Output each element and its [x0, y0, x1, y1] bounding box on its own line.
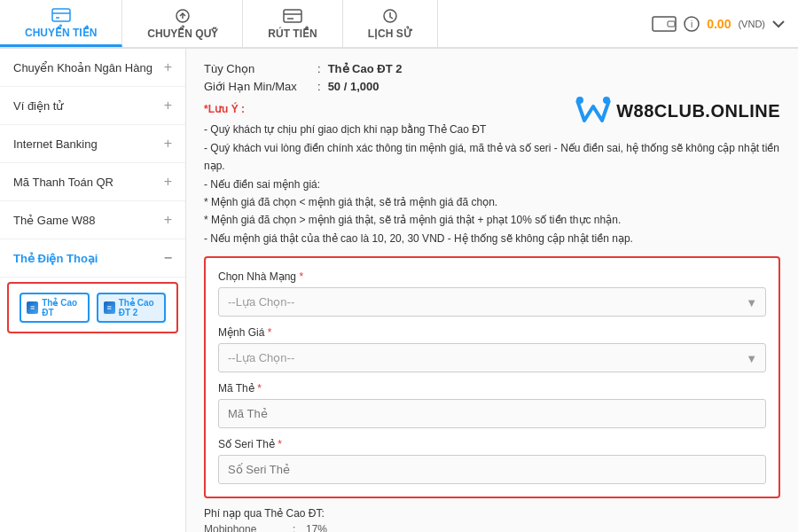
svg-point-14 [603, 97, 610, 104]
sidebar-item-the-game[interactable]: Thẻ Game W88 + [0, 201, 185, 239]
header-right: i 0.00 (VND) [652, 14, 798, 34]
menh-gia-group: Mệnh Giá * --Lựa Chọn-- ▼ [218, 326, 766, 372]
card-dt2-icon: ≡ [104, 301, 115, 314]
tuy-chon-colon: : [317, 62, 321, 75]
info-section: Tùy Chọn : Thẻ Cao ĐT 2 Giới Hạn Min/Max… [204, 62, 780, 93]
sidebar-item-the-dien-thoai[interactable]: Thẻ Điện Thoại − [0, 239, 185, 278]
sidebar-item-vi-dien-tu-label: Ví điện tử [13, 99, 63, 113]
fee-section: Phí nạp qua Thẻ Cao ĐT: Mobiphone : 17% … [204, 507, 780, 532]
deposit-form: Chọn Nhà Mạng * --Lựa Chọn-- ▼ Mệnh Giá … [204, 256, 780, 498]
sidebar-item-ma-thanh-toan[interactable]: Mã Thanh Toán QR + [0, 163, 185, 201]
fee-title: Phí nạp qua Thẻ Cao ĐT: [204, 507, 780, 520]
sidebar-item-chuyen-khoan[interactable]: Chuyển Khoản Ngân Hàng + [0, 49, 185, 87]
so-seri-label: Số Seri Thẻ * [218, 438, 766, 450]
currency-display: (VND) [738, 19, 765, 29]
sidebar-item-internet-banking[interactable]: Internet Banking + [0, 125, 185, 163]
svg-point-13 [576, 97, 583, 104]
card-option-the-cao-dt2-label: Thẻ Cao ĐT 2 [119, 298, 159, 317]
gioi-han-label: Giới Hạn Min/Max [204, 80, 310, 93]
gioi-han-row: Giới Hạn Min/Max : 50 / 1,000 [204, 80, 780, 93]
ma-the-group: Mã Thẻ * [218, 382, 766, 428]
fee-val-0: 17% [306, 523, 341, 532]
sidebar-item-the-game-label: Thẻ Game W88 [13, 214, 96, 227]
card-options-container: ≡ Thẻ Cao ĐT ≡ Thẻ Cao ĐT 2 [7, 282, 178, 333]
layout: Chuyển Khoản Ngân Hàng + Ví điện tử + In… [0, 49, 798, 532]
tab-lich-su-label: LỊCH SỬ [368, 27, 412, 40]
svg-rect-0 [52, 9, 70, 21]
nha-mang-select[interactable]: --Lựa Chọn-- [218, 287, 766, 317]
history-icon [380, 7, 400, 25]
card-option-the-cao-dt[interactable]: ≡ Thẻ Cao ĐT [20, 293, 90, 323]
transfer-icon [51, 6, 71, 24]
so-seri-group: Số Seri Thẻ * [218, 438, 766, 484]
logo-area: W88CLUB.ONLINE [575, 96, 780, 127]
fee-name-0: Mobiphone [204, 523, 293, 532]
note-line-3: * Mệnh giá đã chọn < mệnh giá thật, sẽ t… [204, 193, 780, 211]
menh-gia-select[interactable]: --Lựa Chọn-- [218, 343, 766, 372]
sidebar: Chuyển Khoản Ngân Hàng + Ví điện tử + In… [0, 49, 186, 532]
fee-colon-0: : [293, 523, 306, 532]
plus-icon-1: + [164, 98, 172, 113]
tuy-chon-label: Tùy Chọn [204, 62, 310, 75]
note-line-5: - Nếu mệnh giá thật của thẻ cao là 10, 2… [204, 230, 780, 247]
logo-w-icon [575, 96, 611, 127]
note-line-1: - Quý khách vui lòng điền chính xác thôn… [204, 139, 780, 176]
tab-chuyen-quy[interactable]: CHUYỂN QUỸ [122, 0, 243, 47]
ma-the-required: * [257, 382, 262, 395]
card-option-the-cao-dt2[interactable]: ≡ Thẻ Cao ĐT 2 [97, 293, 167, 323]
so-seri-input[interactable] [218, 455, 766, 484]
plus-icon-4: + [164, 212, 172, 228]
tab-chuyen-tien-label: CHUYỂN TIỀN [25, 27, 97, 39]
sidebar-item-chuyen-khoan-label: Chuyển Khoản Ngân Hàng [13, 61, 153, 74]
tuy-chon-value: Thẻ Cao ĐT 2 [328, 62, 403, 75]
card-option-the-cao-dt-label: Thẻ Cao ĐT [42, 298, 82, 317]
svg-text:i: i [691, 20, 692, 29]
ma-the-label: Mã Thẻ * [218, 382, 766, 395]
info-icon[interactable]: i [684, 16, 700, 32]
plus-icon-3: + [164, 174, 172, 190]
gioi-han-value: 50 / 1,000 [328, 80, 379, 93]
card-dt-icon: ≡ [27, 301, 38, 314]
note-line-2: - Nếu điền sai mệnh giá: [204, 176, 780, 193]
nha-mang-required: * [299, 270, 303, 283]
sidebar-item-the-dien-thoai-label: Thẻ Điện Thoại [13, 252, 98, 265]
menh-gia-label: Mệnh Giá * [218, 326, 766, 339]
tab-chuyen-quy-label: CHUYỂN QUỸ [147, 27, 217, 40]
tab-chuyen-tien[interactable]: CHUYỂN TIỀN [0, 0, 122, 47]
nha-mang-label: Chọn Nhà Mạng * [218, 270, 766, 283]
minus-icon: − [164, 250, 172, 266]
balance-display: 0.00 [707, 17, 731, 31]
wallet-icon [652, 14, 677, 34]
svg-rect-9 [653, 17, 676, 31]
menh-gia-required: * [268, 326, 272, 339]
fee-list: Mobiphone : 17% Vinaphone : 16% Viettel … [204, 523, 780, 532]
sidebar-item-vi-dien-tu[interactable]: Ví điện tử + [0, 87, 185, 125]
withdraw-icon [283, 7, 302, 25]
main-content: Tùy Chọn : Thẻ Cao ĐT 2 Giới Hạn Min/Max… [186, 49, 798, 532]
logo-text: W88CLUB.ONLINE [616, 101, 780, 121]
gioi-han-colon: : [317, 80, 321, 93]
tuy-chon-row: Tùy Chọn : Thẻ Cao ĐT 2 [204, 62, 780, 75]
fund-icon [173, 7, 192, 25]
plus-icon-0: + [164, 59, 172, 75]
chevron-down-icon[interactable] [772, 20, 785, 28]
note-line-4: * Mệnh giá đã chọn > mệnh giá thật, sẽ t… [204, 211, 780, 229]
tab-rut-tien[interactable]: RÚT TIỀN [243, 0, 342, 47]
svg-rect-10 [668, 21, 675, 27]
tab-lich-su[interactable]: LỊCH SỬ [343, 0, 438, 47]
so-seri-required: * [278, 438, 282, 450]
tab-rut-tien-label: RÚT TIỀN [268, 27, 317, 40]
plus-icon-2: + [164, 136, 172, 152]
sidebar-item-internet-banking-label: Internet Banking [13, 137, 98, 151]
svg-rect-5 [284, 10, 301, 22]
nha-mang-group: Chọn Nhà Mạng * --Lựa Chọn-- ▼ [218, 270, 766, 317]
sidebar-item-ma-thanh-toan-label: Mã Thanh Toán QR [13, 176, 113, 189]
ma-the-input[interactable] [218, 399, 766, 428]
header: CHUYỂN TIỀN CHUYỂN QUỸ RÚT TIỀN LỊCH SỬ [0, 0, 798, 49]
